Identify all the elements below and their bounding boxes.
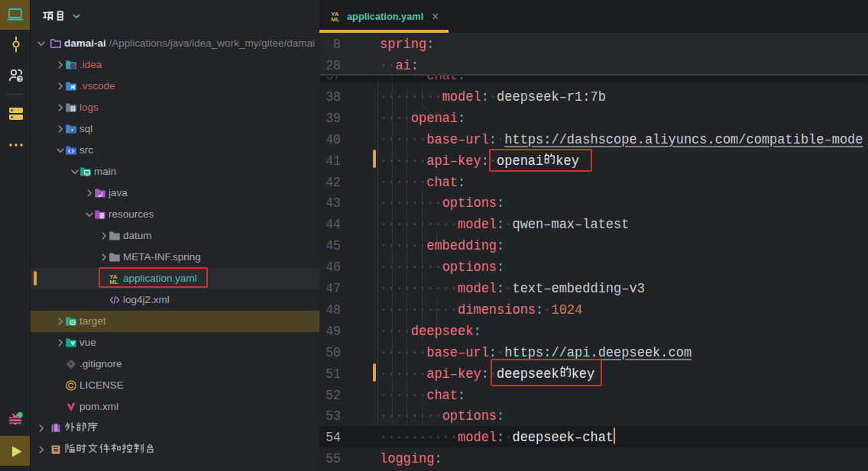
svg-text:ML: ML bbox=[331, 16, 339, 22]
svg-text:?: ? bbox=[18, 76, 22, 82]
